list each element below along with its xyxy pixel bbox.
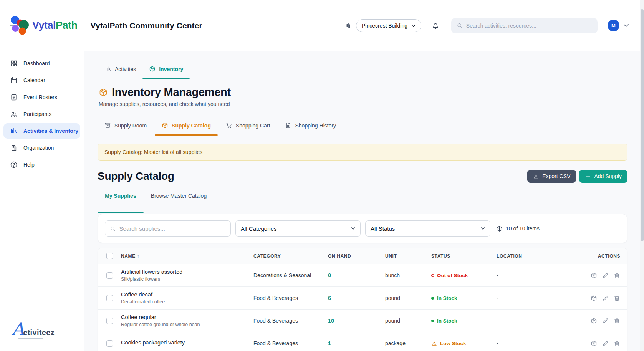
supply-unit: pound: [385, 318, 431, 324]
column-header-location: LOCATION: [497, 253, 589, 259]
inventory-activities-tabs: Activities Inventory: [98, 64, 627, 78]
export-csv-button[interactable]: Export CSV: [527, 170, 576, 183]
view-supply-button[interactable]: [591, 318, 597, 324]
tab-inventory[interactable]: Inventory: [142, 64, 190, 78]
building-icon: [344, 22, 351, 29]
sidebar-item-participants[interactable]: Participants: [3, 106, 80, 122]
add-supply-button[interactable]: Add Supply: [579, 170, 627, 183]
user-menu-chevron-icon[interactable]: [624, 24, 629, 27]
sort-asc-icon: ↑: [137, 253, 140, 259]
delete-supply-button[interactable]: [614, 295, 620, 301]
app-title: VytalPath Community Center: [91, 21, 202, 30]
sidebar-item-activities-inventory[interactable]: Activities & Inventory: [3, 123, 80, 139]
watermark-text: ctiviteez: [23, 328, 55, 337]
package-icon: [591, 340, 597, 347]
app-header: VytalPath VytalPath Community Center Pin…: [0, 0, 644, 51]
supply-description: Regular coffee ground or whole bean: [121, 322, 253, 327]
supply-name: Cookies packaged variety: [121, 339, 253, 346]
organization-building-icon: [10, 144, 18, 152]
status-badge: In Stock: [431, 318, 497, 324]
select-all-checkbox[interactable]: [106, 253, 113, 259]
delete-supply-button[interactable]: [614, 318, 620, 324]
archive-box-icon: [104, 122, 111, 129]
pencil-icon: [602, 318, 609, 324]
supply-unit: package: [385, 340, 431, 346]
help-circle-icon: [10, 161, 18, 169]
activities-chart-icon: [10, 127, 18, 135]
edit-supply-button[interactable]: [602, 340, 609, 347]
package-icon: [591, 318, 597, 324]
tab-supply-room[interactable]: Supply Room: [98, 118, 154, 135]
section-title: Supply Catalog: [98, 170, 174, 182]
notifications-bell-icon[interactable]: [431, 22, 440, 30]
pencil-icon: [602, 340, 609, 347]
table-row: Coffee regularRegular coffee ground or w…: [98, 310, 627, 332]
supply-location: -: [497, 318, 589, 324]
tab-supply-catalog[interactable]: Supply Catalog: [155, 118, 218, 135]
trash-icon: [614, 340, 620, 347]
select-row-checkbox[interactable]: [106, 272, 113, 279]
global-search-input[interactable]: [466, 23, 592, 29]
sidebar-item-dashboard[interactable]: Dashboard: [3, 56, 80, 71]
page-subtitle: Manage supplies, resources, and check wh…: [98, 101, 627, 107]
view-supply-button[interactable]: [591, 295, 597, 301]
chevron-down-icon: [411, 24, 416, 27]
scrollbar-thumb[interactable]: [641, 9, 644, 241]
activiteez-watermark: Activiteez: [12, 320, 55, 339]
status-filter-value: All Status: [371, 225, 395, 232]
tab-shopping-cart[interactable]: Shopping Cart: [219, 118, 277, 135]
trash-icon: [614, 272, 620, 279]
table-row: Cookies packaged variety Food & Beverage…: [98, 332, 627, 351]
tab-browse-master-catalog[interactable]: Browse Master Catalog: [144, 189, 214, 212]
supply-location: -: [497, 272, 589, 278]
supply-name: Coffee decaf: [121, 291, 253, 298]
table-row: Artificial flowers assortedSilk/plastic …: [98, 264, 627, 287]
supplies-search-input[interactable]: [119, 225, 226, 232]
tab-my-supplies[interactable]: My Supplies: [98, 189, 144, 212]
building-selector[interactable]: Pincecrest Building: [356, 19, 421, 32]
view-supply-button[interactable]: [591, 272, 597, 279]
edit-supply-button[interactable]: [602, 272, 609, 279]
supply-view-tabs: My Supplies Browse Master Catalog: [98, 189, 627, 212]
trash-icon: [614, 295, 620, 301]
supply-on-hand: 1: [328, 340, 385, 346]
category-filter-select[interactable]: All Categories: [235, 220, 361, 237]
avatar[interactable]: M: [608, 20, 619, 31]
view-supply-button[interactable]: [591, 340, 597, 347]
filter-bar: All Categories All Status 10 of 10 items: [98, 214, 627, 243]
supplies-search[interactable]: [105, 220, 231, 237]
status-badge: In Stock: [431, 295, 497, 301]
building-selector-value: Pincecrest Building: [362, 23, 407, 29]
pencil-icon: [602, 272, 609, 279]
tab-shopping-history[interactable]: Shopping History: [278, 118, 343, 135]
sidebar-item-organization[interactable]: Organization: [3, 140, 80, 156]
sidebar-item-calendar[interactable]: Calendar: [3, 73, 80, 88]
supply-description: Silk/plastic flowers: [121, 276, 253, 282]
delete-supply-button[interactable]: [614, 340, 620, 347]
select-row-checkbox[interactable]: [106, 318, 113, 324]
sidebar: Dashboard Calendar Event Rosters Partici…: [0, 51, 84, 351]
status-filter-select[interactable]: All Status: [365, 220, 490, 237]
sidebar-item-help[interactable]: Help: [3, 157, 80, 172]
in-stock-dot-icon: [431, 297, 434, 300]
delete-supply-button[interactable]: [614, 272, 620, 279]
edit-supply-button[interactable]: [602, 318, 609, 324]
package-icon: [149, 66, 156, 72]
supply-unit: pound: [385, 295, 431, 301]
brand-text: VytalPath: [32, 20, 78, 31]
scrollbar[interactable]: [640, 0, 644, 351]
table-header-row: NAME↑ CATEGORY ON HAND UNIT STATUS LOCAT…: [98, 248, 627, 264]
global-search[interactable]: [451, 18, 598, 33]
edit-supply-button[interactable]: [602, 295, 609, 301]
select-row-checkbox[interactable]: [106, 295, 113, 301]
column-header-unit: UNIT: [385, 253, 431, 259]
column-header-name[interactable]: NAME↑: [121, 253, 253, 259]
page-heading: Inventory Management: [98, 86, 627, 99]
tab-activities[interactable]: Activities: [98, 64, 142, 78]
info-banner: Supply Catalog: Master list of all suppl…: [98, 144, 627, 161]
status-badge: Low Stock: [431, 341, 497, 346]
document-icon: [285, 122, 291, 129]
main-area: Activities Inventory Inventory Managemen…: [84, 51, 644, 351]
sidebar-item-event-rosters[interactable]: Event Rosters: [3, 89, 80, 105]
select-row-checkbox[interactable]: [106, 340, 113, 347]
